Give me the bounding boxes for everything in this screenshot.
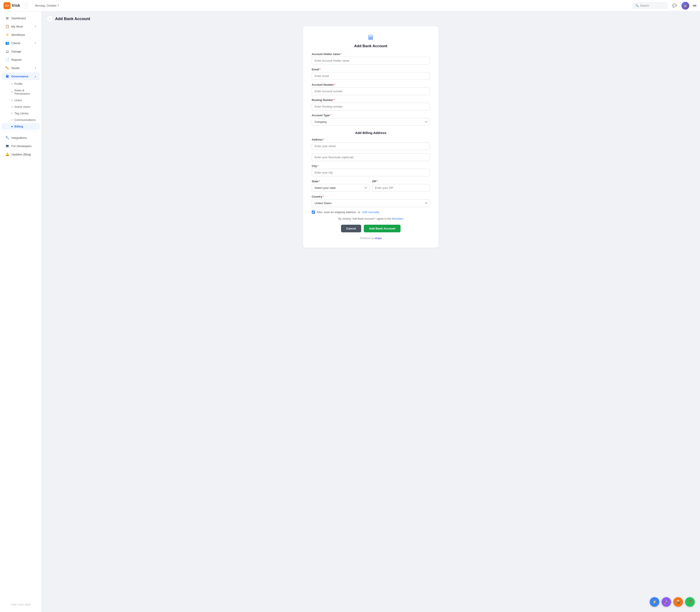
logo-text: trisk (12, 3, 20, 8)
fab-help-button[interactable]: ❓ (685, 597, 695, 607)
sidebar-subitem-roles[interactable]: Roles & Permissions (2, 87, 40, 97)
country-select[interactable]: United States Canada United Kingdom (312, 199, 430, 207)
sidebar-item-label: Governance (11, 75, 32, 78)
fab-box-button[interactable]: 📦 (673, 597, 683, 607)
sidebar-subitem-billing[interactable]: Billing (2, 123, 40, 130)
powered-by: Powered by stripe (312, 237, 430, 240)
shipping-checkbox-label: Also, save as shipping address (317, 210, 356, 214)
footer-text: Trisk © 2017-2024 (0, 601, 41, 608)
city-group: City* (312, 165, 430, 176)
shipping-checkbox-row: Also, save as shipping address or Add ma… (312, 210, 430, 214)
state-zip-row: State* Select your state California New … (312, 180, 430, 195)
sidebar-subitem-tag-library[interactable]: Tag Library (2, 110, 40, 116)
fab-lightning-button[interactable]: ⚡ (650, 597, 659, 607)
header-date: Monday, October 7 (35, 4, 59, 7)
sidebar-item-label: Studio (11, 67, 32, 70)
sidebar-item-for-developers[interactable]: 💻 For Developers (2, 142, 40, 150)
required-star: * (319, 68, 321, 71)
email-label: Email* (312, 68, 430, 71)
mandates-link[interactable]: Mandates (392, 217, 403, 220)
sidebar-item-my-work[interactable]: 📋 My Work ▾ (2, 23, 40, 30)
sidebar-item-studio[interactable]: ✏️ Studio ▾ (2, 64, 40, 72)
required-star: * (334, 83, 335, 86)
sidebar: ⊞ Dashboard 📋 My Work ▾ ⚡ Workflows 👥 Cl… (0, 11, 42, 612)
box-icon: 📦 (676, 600, 681, 604)
address-group: Address* (312, 138, 430, 150)
sidebar-item-reports[interactable]: 📄 Reports (2, 56, 40, 64)
chevron-down-icon: ▾ (35, 67, 36, 70)
sidebar-item-garage[interactable]: 🗂 Garage (2, 47, 40, 55)
account-number-group: Account Number* (312, 83, 430, 95)
search-bar[interactable]: 🔍 Search (632, 2, 668, 9)
address-label: Address* (312, 138, 430, 141)
sidebar-divider (3, 131, 39, 132)
account-holder-name-label: Account Holder name* (312, 53, 430, 56)
sidebar-item-label: Workflows (11, 33, 36, 37)
sidebar-subitem-guest-users[interactable]: Guest Users (2, 103, 40, 110)
sidebar-item-label: Clients (11, 42, 32, 45)
account-type-group: Account Type* Company Individual (312, 114, 430, 126)
sidebar-subitem-communications[interactable]: Communications (2, 117, 40, 123)
chevron-down-icon: ▾ (35, 25, 36, 28)
help-icon: ❓ (688, 600, 692, 604)
state-select[interactable]: Select your state California New York Te… (312, 184, 369, 192)
trisk-logo-icon (3, 2, 11, 9)
dashboard-icon: ⊞ (5, 16, 9, 20)
sidebar-subitem-users[interactable]: Users (2, 97, 40, 103)
garage-icon: 🗂 (5, 50, 9, 53)
add-manually-link[interactable]: Add manually (362, 210, 379, 214)
collapse-icon: ‹ (25, 4, 26, 7)
sidebar-item-label: Integrations (11, 136, 36, 139)
back-button[interactable]: ← (47, 16, 53, 22)
account-type-select[interactable]: Company Individual (312, 118, 430, 126)
city-input[interactable] (312, 169, 430, 176)
account-number-label: Account Number* (312, 83, 430, 86)
routing-number-group: Routing Number* (312, 99, 430, 110)
bank-building-icon: 🏛 (368, 34, 374, 41)
sidebar-item-updates[interactable]: 🔔 Updates (Blog) (2, 150, 40, 158)
clients-icon: 👥 (5, 41, 9, 45)
avatar-initials: MB (693, 4, 697, 7)
chevron-up-icon: ▴ (35, 75, 36, 78)
sidebar-item-dashboard[interactable]: ⊞ Dashboard (2, 14, 40, 22)
billing-section-title: Add Billing Address (312, 131, 430, 135)
sidebar-item-label: For Developers (11, 144, 36, 148)
sidebar-item-label: My Work (11, 25, 32, 28)
sidebar-item-integrations[interactable]: 🔧 Integrations (2, 134, 40, 142)
zip-label: ZIP* (372, 180, 430, 183)
zip-group: ZIP* (372, 180, 430, 192)
sidebar-item-workflows[interactable]: ⚡ Workflows (2, 31, 40, 39)
governance-submenu: Profile Roles & Permissions Users Guest … (0, 81, 41, 130)
sidebar-item-clients[interactable]: 👥 Clients ▾ (2, 39, 40, 47)
city-label: City* (312, 165, 430, 168)
email-input[interactable] (312, 72, 430, 80)
required-star: * (319, 180, 320, 183)
mandate-text-row: By clicking "Add Bank Account" I agree t… (312, 217, 430, 220)
back-icon: ← (48, 17, 51, 20)
chat-button[interactable]: 💬 (671, 2, 678, 9)
sidebar-item-label: Garage (11, 50, 36, 53)
email-group: Email* (312, 68, 430, 80)
integrations-icon: 🔧 (5, 136, 9, 140)
form-buttons: Cancel Add Bank Account (312, 225, 430, 232)
fab-group: ⚡ 🚀 📦 ❓ (650, 597, 695, 607)
user-avatar-button[interactable]: 🤖 (682, 2, 689, 10)
fab-rocket-button[interactable]: 🚀 (661, 597, 671, 607)
cancel-button[interactable]: Cancel (341, 225, 361, 232)
account-holder-name-input[interactable] (312, 57, 430, 65)
add-bank-account-button[interactable]: Add Bank Account (364, 225, 401, 232)
sidebar-subitem-profile[interactable]: Profile (2, 81, 40, 87)
shipping-address-checkbox[interactable] (312, 210, 315, 214)
logo: trisk (3, 2, 20, 9)
sidebar-item-governance[interactable]: 🏛 Governance ▴ (2, 72, 40, 80)
routing-number-input[interactable] (312, 103, 430, 110)
zip-input[interactable] (372, 184, 430, 192)
account-number-input[interactable] (312, 87, 430, 95)
form-icon-wrapper: 🏛 (312, 34, 430, 41)
avatar-emoji: 🤖 (684, 4, 687, 7)
address-street-input[interactable] (312, 142, 430, 150)
address-floor-input[interactable] (312, 153, 430, 161)
required-star: * (377, 180, 378, 183)
developers-icon: 💻 (5, 144, 9, 148)
sidebar-collapse-button[interactable]: ‹ (23, 3, 28, 8)
